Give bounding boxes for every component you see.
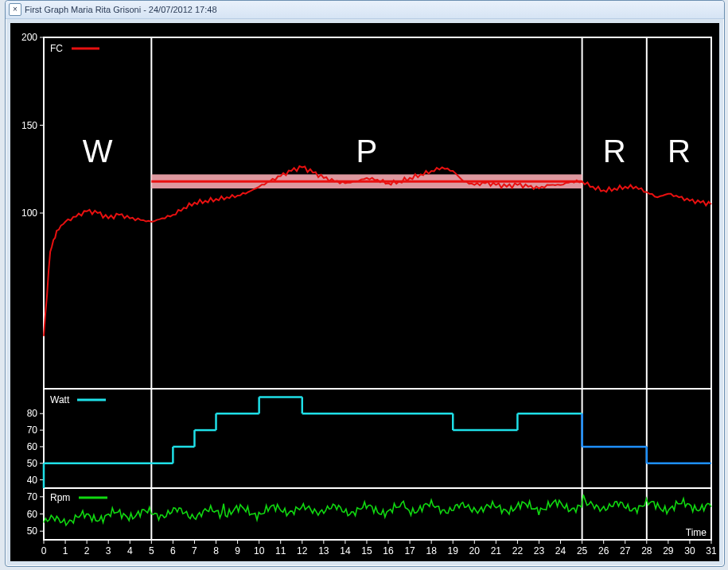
svg-text:31: 31	[706, 545, 717, 556]
svg-text:Time: Time	[686, 527, 707, 538]
svg-rect-1	[44, 389, 711, 488]
svg-text:29: 29	[663, 545, 674, 556]
chart-area: WPRR012345678910111213141516171819202122…	[10, 23, 719, 561]
svg-text:14: 14	[340, 545, 351, 556]
svg-text:19: 19	[448, 545, 459, 556]
svg-text:60: 60	[27, 441, 38, 452]
app-window: × First Graph Maria Rita Grisoni - 24/07…	[5, 0, 725, 567]
svg-text:21: 21	[491, 545, 502, 556]
svg-text:6: 6	[170, 545, 176, 556]
close-icon[interactable]: ×	[9, 3, 21, 16]
svg-text:26: 26	[598, 545, 609, 556]
svg-text:2: 2	[84, 545, 90, 556]
svg-text:40: 40	[27, 475, 38, 486]
svg-text:W: W	[83, 134, 113, 169]
svg-text:24: 24	[555, 545, 566, 556]
svg-text:23: 23	[534, 545, 545, 556]
svg-text:Watt: Watt	[50, 394, 70, 405]
svg-text:R: R	[668, 134, 691, 169]
svg-text:12: 12	[297, 545, 308, 556]
svg-text:13: 13	[318, 545, 329, 556]
svg-text:3: 3	[106, 545, 111, 556]
svg-text:7: 7	[192, 545, 197, 556]
svg-text:17: 17	[404, 545, 415, 556]
titlebar[interactable]: × First Graph Maria Rita Grisoni - 24/07…	[6, 1, 724, 19]
svg-text:100: 100	[21, 207, 37, 219]
svg-text:P: P	[356, 134, 378, 169]
svg-text:150: 150	[21, 120, 37, 131]
svg-text:70: 70	[27, 491, 38, 502]
svg-text:30: 30	[684, 545, 695, 556]
svg-rect-0	[44, 37, 711, 389]
chart-svg: WPRR012345678910111213141516171819202122…	[10, 23, 719, 561]
svg-text:R: R	[603, 134, 626, 169]
svg-text:8: 8	[213, 545, 219, 556]
svg-text:60: 60	[27, 509, 38, 520]
svg-text:16: 16	[383, 545, 394, 556]
svg-text:70: 70	[27, 425, 38, 436]
svg-text:5: 5	[149, 545, 154, 556]
svg-text:11: 11	[275, 545, 286, 556]
svg-text:22: 22	[512, 545, 524, 556]
svg-text:0: 0	[41, 545, 47, 556]
svg-text:18: 18	[426, 545, 437, 556]
svg-text:25: 25	[577, 545, 588, 556]
window-title: First Graph Maria Rita Grisoni - 24/07/2…	[25, 1, 217, 18]
svg-text:15: 15	[361, 545, 372, 556]
svg-text:50: 50	[27, 525, 38, 537]
svg-text:80: 80	[27, 408, 38, 419]
svg-text:20: 20	[469, 545, 481, 556]
svg-text:27: 27	[620, 545, 631, 556]
svg-text:9: 9	[235, 545, 240, 556]
svg-text:1: 1	[63, 545, 68, 556]
svg-text:200: 200	[21, 32, 37, 43]
svg-rect-2	[44, 488, 711, 540]
svg-text:FC: FC	[50, 43, 63, 54]
svg-text:50: 50	[27, 458, 38, 469]
svg-text:28: 28	[641, 545, 652, 556]
svg-text:10: 10	[254, 545, 265, 556]
svg-text:Rpm: Rpm	[50, 492, 70, 503]
svg-text:4: 4	[127, 545, 133, 556]
